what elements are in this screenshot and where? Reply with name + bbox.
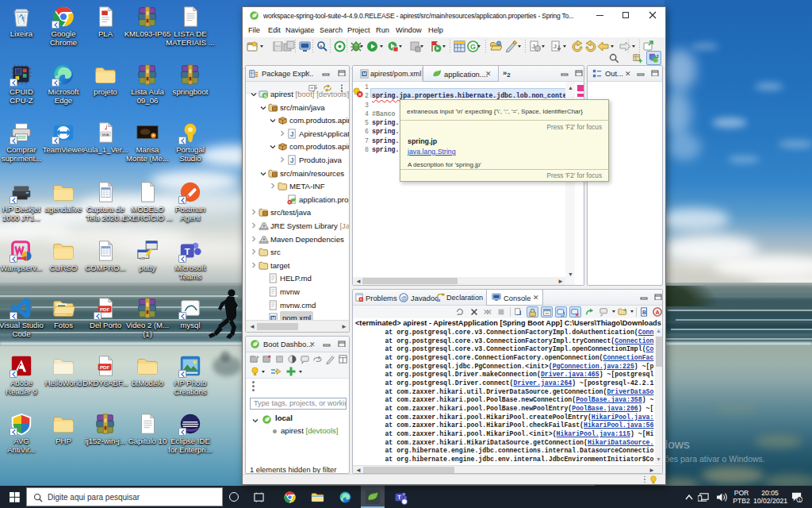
svg-text:B: B: [642, 310, 646, 315]
svg-text:@: @: [401, 295, 407, 301]
svg-text:M: M: [362, 71, 366, 76]
svg-text:S: S: [264, 94, 267, 98]
svg-text:1: 1: [799, 498, 801, 502]
svg-text:J: J: [553, 43, 557, 50]
svg-text:G: G: [470, 43, 476, 51]
svg-text:A: A: [655, 309, 660, 316]
svg-text:J: J: [290, 156, 294, 164]
svg-text:J: J: [657, 54, 659, 59]
svg-text:J: J: [290, 130, 294, 138]
svg-text:a: a: [320, 44, 323, 48]
